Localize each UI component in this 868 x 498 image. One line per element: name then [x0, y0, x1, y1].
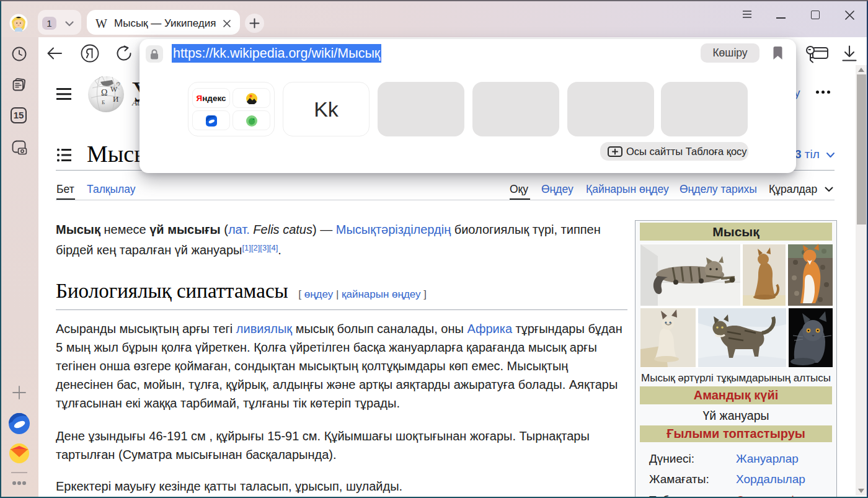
- svg-text:ウ: ウ: [116, 81, 121, 87]
- svg-text:И: И: [113, 94, 118, 104]
- svg-text:Б: Б: [102, 99, 105, 105]
- svg-text:Ω: Ω: [101, 88, 107, 97]
